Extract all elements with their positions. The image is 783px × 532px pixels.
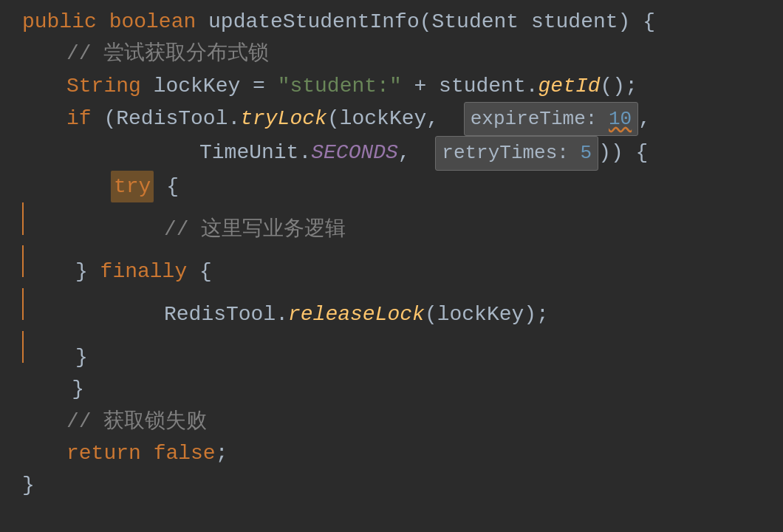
code-line-8: } finally { xyxy=(22,245,783,288)
keyword-string: String xyxy=(66,70,154,102)
semicolon-return: ; xyxy=(216,437,228,469)
paren-open: ( xyxy=(103,103,116,134)
keyword-false: false xyxy=(154,437,216,469)
code-line-2: // 尝试获取分布式锁 xyxy=(22,38,783,69)
param-name: student) { xyxy=(519,6,655,38)
comment-2: // 这里写业务逻辑 xyxy=(164,214,346,245)
comment-3: // 获取锁失败 xyxy=(66,406,207,437)
enum-seconds: SECONDS xyxy=(311,137,398,168)
code-editor: public boolean updateStudentInfo( Studen… xyxy=(0,0,783,532)
method-name: updateStudentInfo( xyxy=(208,6,431,38)
close-brace-finally: } xyxy=(75,341,88,373)
keyword-return: return xyxy=(66,437,154,469)
keyword-public: public xyxy=(22,6,109,38)
code-line-6: try { xyxy=(22,171,783,202)
method-trylock: tryLock xyxy=(240,103,327,134)
keyword-finally: finally xyxy=(100,256,199,287)
operator-plus: + student. xyxy=(402,70,538,102)
close-brace-if: } xyxy=(22,373,84,405)
var-lockkey: lockKey = xyxy=(154,70,278,102)
paren-close: (); xyxy=(601,70,637,102)
code-line-7: // 这里写业务逻辑 xyxy=(22,202,783,245)
double-close-paren: )) { xyxy=(598,137,648,168)
code-line-1: public boolean updateStudentInfo( Studen… xyxy=(22,6,783,38)
timeunit-class: TimeUnit. xyxy=(199,137,311,168)
code-line-4: if ( RedisTool. tryLock (lockKey, expire… xyxy=(22,102,783,136)
close-brace-try: } xyxy=(75,256,100,287)
keyword-if: if xyxy=(66,103,103,134)
trylock-open: (lockKey, xyxy=(327,103,464,134)
code-line-13: return false ; xyxy=(22,437,783,469)
string-literal: "student:" xyxy=(278,70,402,102)
keyword-try: try xyxy=(111,171,154,202)
comma-2: , xyxy=(398,137,435,168)
close-brace-method: } xyxy=(22,469,35,501)
code-line-14: } xyxy=(22,469,783,501)
class-redistool-1: RedisTool. xyxy=(116,103,240,134)
code-line-9: RedisTool. releaseLock (lockKey); xyxy=(22,288,783,331)
code-line-3: String lockKey = "student:" + student. g… xyxy=(22,70,783,102)
tooltip-retrytimes: retryTimes: 5 xyxy=(435,136,598,170)
code-line-11: } xyxy=(22,373,783,405)
releaselock-args: (lockKey); xyxy=(425,299,549,330)
method-releaselock: releaseLock xyxy=(288,299,425,330)
code-line-5: TimeUnit. SECONDS , retryTimes: 5 )) { xyxy=(22,136,783,170)
method-getid: getId xyxy=(538,70,601,102)
tooltip-value-5: 5 xyxy=(581,142,592,164)
comma-after-10: , xyxy=(638,103,651,134)
keyword-boolean: boolean xyxy=(109,6,208,38)
code-line-10: } xyxy=(22,331,783,374)
code-line-12: // 获取锁失败 xyxy=(22,406,783,437)
comment-1: // 尝试获取分布式锁 xyxy=(66,38,269,69)
param-type: Student xyxy=(432,6,519,38)
tooltip-value-10: 10 xyxy=(609,108,632,130)
finally-brace: { xyxy=(199,256,212,287)
class-redistool-2: RedisTool. xyxy=(164,299,288,330)
try-brace: { xyxy=(154,171,179,202)
tooltip-expiretime: expireTime: 10 xyxy=(464,102,638,136)
